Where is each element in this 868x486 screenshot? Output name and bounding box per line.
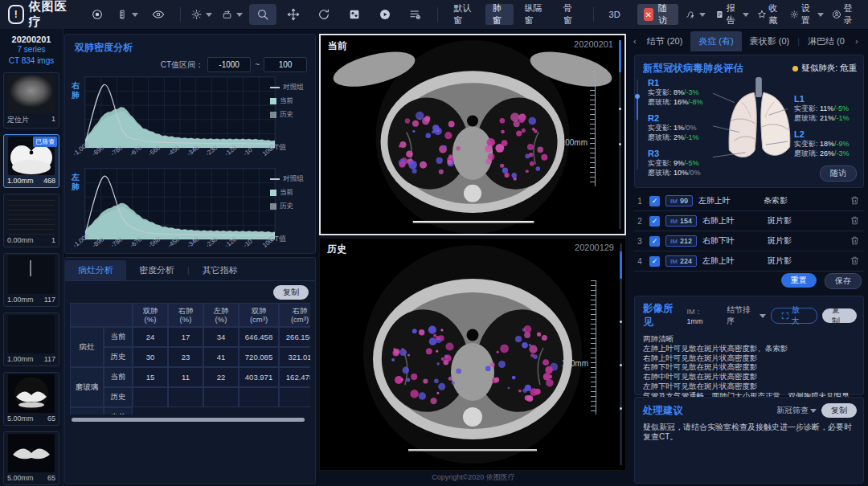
enlarge-button[interactable]: 放大 — [771, 308, 817, 324]
save-button[interactable]: 保存 — [825, 273, 862, 289]
tabs-scroll-left-icon[interactable]: ‹ — [631, 36, 639, 46]
tab-cystic[interactable]: 囊状影 (0) — [742, 31, 798, 51]
favorite-button[interactable]: 收藏 — [754, 4, 786, 25]
followup-toggle-button[interactable]: ✕ 随访 — [637, 4, 678, 25]
measure-tool-button[interactable] — [114, 4, 141, 25]
flip-rotate-tool-button[interactable] — [219, 4, 246, 25]
report-label: 报告 — [727, 2, 739, 27]
window-preset-default[interactable]: 默认窗 — [446, 4, 482, 25]
current-image-viewport[interactable]: 当前 20200201 100mm — [319, 34, 626, 235]
tab-nodule[interactable]: 结节 (20) — [639, 31, 691, 51]
thumbnail-image — [8, 75, 55, 113]
scale-label: 100mm — [561, 138, 588, 147]
overlay-list-button[interactable] — [402, 4, 429, 25]
locate-tool-button[interactable] — [84, 4, 111, 25]
tabs-scroll-right-icon[interactable]: › — [853, 36, 861, 46]
advice-preset-dropdown[interactable]: 新冠筛查 — [776, 405, 817, 416]
series-swap-button[interactable] — [341, 4, 368, 25]
ct-max-input[interactable]: 100 — [264, 57, 307, 72]
history-image-viewport[interactable]: 历史 20200129 100mm — [319, 238, 626, 471]
series-thumbnail-scout[interactable]: 定位片1 — [3, 72, 59, 129]
delete-lesion-button[interactable] — [850, 195, 861, 206]
magnifier-icon — [256, 8, 269, 21]
lesion-checkbox[interactable]: ✓ — [649, 236, 660, 247]
settings-button[interactable]: 设置 — [787, 4, 827, 25]
spline-icon — [685, 8, 695, 21]
lesion-checkbox[interactable]: ✓ — [649, 196, 660, 206]
table-copy-button[interactable]: 复制 — [273, 285, 309, 300]
chevron-down-icon — [760, 314, 766, 318]
tab-other-metrics[interactable]: 其它指标 — [190, 260, 251, 280]
scrollbar-thumb[interactable] — [619, 40, 621, 72]
findings-panel: ‹ 结节 (20) 炎症 (有) 囊状影 (0) | 淋巴结 (0 › 新型冠状… — [631, 31, 868, 486]
ct-axial-image-current[interactable] — [321, 35, 624, 234]
window-preset-bone[interactable]: 骨窗 — [556, 4, 585, 25]
zoom-tool-button[interactable] — [249, 4, 276, 25]
image-number-badge[interactable]: IM154 — [665, 215, 697, 227]
finding-line: 右肺中叶可见散在斑片状高密度影 — [643, 372, 855, 382]
thumbnail-image — [8, 196, 55, 235]
login-button[interactable]: 登录 — [829, 4, 861, 25]
refresh-button[interactable] — [310, 4, 338, 25]
left-lung-histogram[interactable] — [84, 168, 276, 240]
lesion-analysis-panel: 病灶分析 密度分析 | 其它指标 复制 双肺(%) 右肺(%) 左肺(%) 双肺… — [64, 257, 316, 484]
table-cell — [239, 387, 279, 407]
image-scrollbar[interactable] — [620, 243, 622, 465]
findings-copy-button[interactable]: 复制 — [822, 308, 857, 323]
lesion-checkbox[interactable]: ✓ — [649, 216, 660, 227]
lesion-location: 左肺上叶 — [698, 195, 758, 206]
curve-tool-button[interactable] — [682, 4, 709, 25]
table-cell: 17 — [168, 327, 203, 347]
series-thumbnail-4[interactable]: 1.00mm117 — [3, 312, 59, 366]
nodule-sort-dropdown[interactable]: 结节排序 — [727, 304, 765, 327]
tab-lymph[interactable]: 淋巴结 (0 — [800, 31, 853, 51]
tab-inflammation[interactable]: 炎症 (有) — [690, 31, 741, 51]
legend-current-swatch — [270, 98, 276, 104]
app-window: ! 依图医疗 — [0, 0, 868, 486]
chevron-down-icon — [132, 13, 138, 17]
cine-play-button[interactable] — [371, 4, 399, 25]
table-corner-cell — [70, 303, 133, 327]
ct-axial-image-history[interactable] — [320, 239, 625, 470]
ct-range-label: CT值区间： — [161, 59, 203, 71]
window-preset-mediastinal[interactable]: 纵隔窗 — [517, 4, 553, 25]
advice-copy-button[interactable]: 复制 — [821, 403, 857, 418]
delete-lesion-button[interactable] — [850, 255, 861, 267]
viewer-column: 当前 20200201 100mm — [319, 31, 628, 486]
brightness-tool-button[interactable] — [188, 4, 215, 25]
reset-button[interactable]: 重置 — [781, 273, 817, 288]
series-thumbnail-5[interactable]: 5.00mm65 — [3, 372, 59, 426]
tab-density-analysis[interactable]: 密度分析 — [126, 260, 187, 280]
image-number-badge[interactable]: IM224 — [665, 255, 697, 267]
right-lung-histogram[interactable] — [84, 76, 276, 149]
series-thumbnail-selected[interactable]: 已筛查 1.00mm468 — [3, 134, 59, 188]
series-thumbnail-6[interactable]: 5.00mm65 — [3, 431, 59, 485]
tab-lesion-analysis[interactable]: 病灶分析 — [65, 260, 126, 280]
scrollbar-thumb[interactable] — [620, 251, 622, 279]
3d-button[interactable]: 3D — [602, 4, 628, 25]
series-thumbnail-dose[interactable]: 0.00mm1 — [3, 194, 59, 247]
lesion-row[interactable]: 3 ✓ IM212 右肺下叶 斑片影 — [634, 231, 864, 251]
image-number-badge[interactable]: IM99 — [665, 195, 693, 206]
delete-lesion-button[interactable] — [850, 235, 861, 247]
legend-line-swatch — [270, 178, 280, 180]
lesion-row[interactable]: 2 ✓ IM154 右肺上叶 斑片影 — [634, 211, 864, 231]
finding-line: 右肺下叶可见散在斑片状高密度影 — [643, 362, 855, 372]
table-cell: 403.971 — [239, 367, 279, 387]
table-horizontal-scrollbar[interactable] — [72, 418, 305, 422]
visibility-tool-button[interactable] — [145, 4, 172, 25]
scroll-marker-dot — [620, 364, 622, 366]
lesion-row[interactable]: 4 ✓ IM224 左肺上叶 斑片影 — [634, 251, 864, 272]
lesion-row[interactable]: 1 ✓ IM99 左肺上叶 条索影 — [634, 191, 864, 211]
image-scrollbar[interactable] — [619, 40, 621, 229]
delete-lesion-button[interactable] — [850, 215, 861, 227]
report-button[interactable]: 报告 — [712, 4, 752, 25]
window-preset-lung[interactable]: 肺窗 — [485, 4, 514, 25]
ct-min-input[interactable]: -1000 — [207, 57, 251, 72]
image-number-badge[interactable]: IM212 — [665, 235, 697, 247]
legend-history-label: 历史 — [280, 110, 293, 120]
series-thumbnail-3[interactable]: 1.00mm117 — [3, 253, 59, 307]
lesion-checkbox[interactable]: ✓ — [649, 256, 660, 267]
right-lung-histogram-block: 右肺 对照组 当前 历史 CT值 — [70, 76, 310, 147]
pan-tool-button[interactable] — [280, 4, 307, 25]
